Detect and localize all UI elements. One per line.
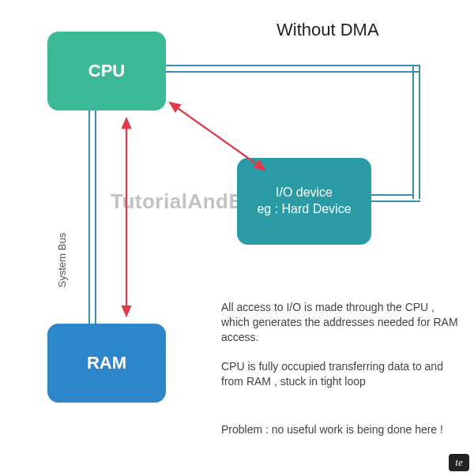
bus-line bbox=[166, 71, 419, 73]
cpu-label: CPU bbox=[88, 61, 125, 81]
bus-line bbox=[371, 201, 420, 202]
system-bus-label: System Bus bbox=[56, 233, 68, 287]
ram-node: RAM bbox=[47, 324, 166, 403]
io-label-line2: eg : Hard Device bbox=[257, 201, 351, 218]
description-p1: All access to I/O is made through the CP… bbox=[221, 300, 458, 345]
source-badge: te bbox=[449, 454, 469, 471]
io-node: I/O device eg : Hard Device bbox=[237, 158, 371, 245]
bus-line bbox=[88, 111, 90, 324]
diagram-canvas: Without DMA System Bus TutorialAndExampl… bbox=[0, 0, 474, 476]
bus-line bbox=[412, 65, 414, 199]
description-p3: Problem : no useful work is being done h… bbox=[221, 422, 458, 437]
description-p2: CPU is fully occupied transferring data … bbox=[221, 359, 458, 389]
bus-line bbox=[166, 65, 419, 66]
ram-label: RAM bbox=[87, 353, 126, 373]
io-label-line1: I/O device bbox=[276, 185, 333, 201]
bus-line bbox=[95, 111, 96, 324]
cpu-node: CPU bbox=[47, 32, 166, 111]
bus-line bbox=[371, 194, 414, 196]
diagram-title: Without DMA bbox=[276, 20, 379, 40]
bus-line bbox=[419, 65, 420, 199]
